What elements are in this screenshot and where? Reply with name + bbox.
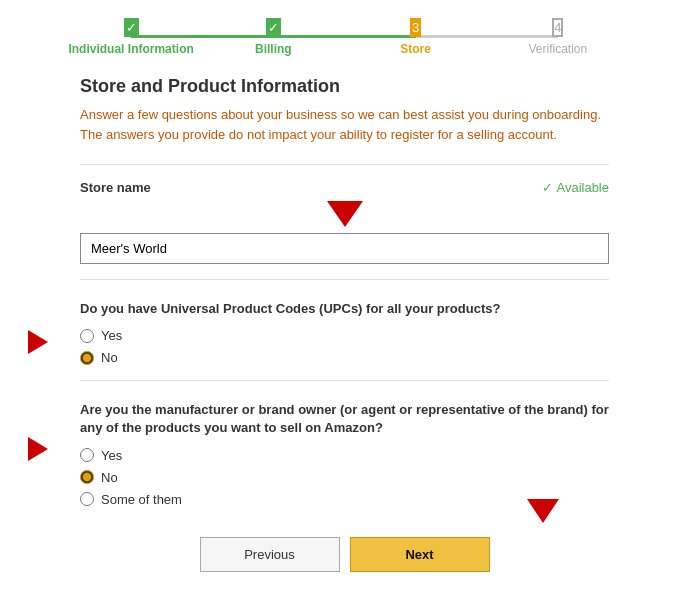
upc-question-block: Do you have Universal Product Codes (UPC… (80, 300, 609, 365)
manufacturer-label-yes: Yes (101, 448, 122, 463)
arrow-down-next-icon (527, 499, 559, 523)
step-store: 3 Store (345, 18, 487, 56)
upc-option-yes[interactable]: Yes (80, 328, 609, 343)
step-4-label: Verification (529, 42, 588, 56)
divider-3 (80, 380, 609, 381)
step-verification: 4 Verification (487, 18, 629, 56)
previous-button[interactable]: Previous (200, 537, 340, 572)
available-badge: ✓ Available (542, 180, 609, 195)
store-name-header: Store name ✓ Available (80, 180, 609, 195)
arrow-left-manufacturer (28, 437, 48, 461)
button-row: Previous Next (80, 537, 609, 572)
available-text: Available (556, 180, 609, 195)
divider-1 (80, 164, 609, 165)
step-billing: ✓ Billing (202, 18, 344, 56)
next-button[interactable]: Next (350, 537, 490, 572)
manufacturer-label-some: Some of them (101, 492, 182, 507)
upc-label-yes: Yes (101, 328, 122, 343)
manufacturer-option-no[interactable]: No (80, 470, 609, 485)
manufacturer-option-yes[interactable]: Yes (80, 448, 609, 463)
red-arrow-down-icon (327, 201, 363, 227)
store-name-input[interactable] (80, 233, 609, 264)
step-individual: ✓ Individual Information (60, 18, 202, 56)
step-3-label: Store (400, 42, 431, 56)
step-2-circle: ✓ (266, 18, 281, 37)
manufacturer-label-no: No (101, 470, 118, 485)
upc-radio-no[interactable] (80, 351, 94, 365)
step-3-circle: 3 (410, 18, 421, 37)
upc-label-no: No (101, 350, 118, 365)
manufacturer-radio-no[interactable] (80, 470, 94, 484)
manufacturer-radio-yes[interactable] (80, 448, 94, 462)
manufacturer-question-block: Are you the manufacturer or brand owner … (80, 401, 609, 506)
arrow-left-upc (28, 330, 48, 354)
check-icon: ✓ (542, 180, 553, 195)
upc-radio-yes[interactable] (80, 329, 94, 343)
step-1-circle: ✓ (124, 18, 139, 37)
upc-option-no[interactable]: No (80, 350, 609, 365)
upc-question-text: Do you have Universal Product Codes (UPC… (80, 300, 609, 318)
step-1-label: Individual Information (68, 42, 193, 56)
section-description: Answer a few questions about your busine… (80, 105, 609, 144)
main-content: Store and Product Information Answer a f… (0, 66, 689, 592)
arrow-down-store (80, 201, 609, 227)
section-title: Store and Product Information (80, 76, 609, 97)
progress-bar: ✓ Individual Information ✓ Billing 3 Sto… (0, 0, 689, 66)
step-4-circle: 4 (552, 18, 563, 37)
step-2-label: Billing (255, 42, 292, 56)
arrow-above-next (527, 499, 559, 523)
divider-2 (80, 279, 609, 280)
manufacturer-question-text: Are you the manufacturer or brand owner … (80, 401, 609, 437)
manufacturer-radio-some[interactable] (80, 492, 94, 506)
store-name-label: Store name (80, 180, 151, 195)
